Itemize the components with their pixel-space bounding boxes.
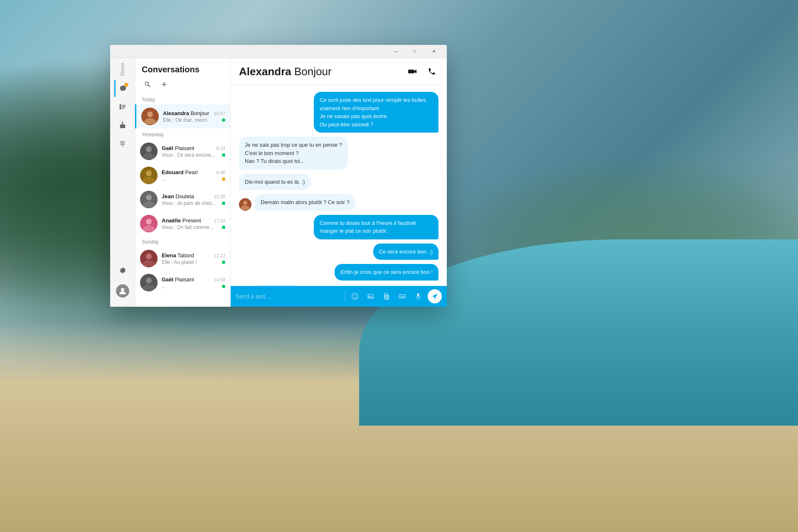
conv-avatar-gael	[140, 143, 158, 160]
send-button[interactable]	[428, 289, 442, 303]
svg-point-14	[122, 143, 123, 144]
svg-point-45	[356, 295, 357, 296]
svg-point-44	[353, 295, 354, 296]
input-bar	[231, 286, 447, 307]
sidebar-item-dialpad[interactable]	[114, 135, 131, 152]
status-dot-anaelle	[222, 226, 225, 229]
app-content: Skype	[110, 58, 447, 307]
image-icon	[367, 293, 374, 300]
maximize-button[interactable]: □	[405, 45, 424, 58]
svg-rect-4	[120, 124, 125, 128]
nav-icons-bottom	[114, 263, 131, 303]
conv-name-anaelle: Anaëlle Present	[162, 217, 201, 224]
conv-time-gael: 8:23	[217, 146, 225, 151]
sidebar-item-contacts[interactable]	[114, 99, 131, 115]
svg-rect-3	[122, 108, 124, 108]
sidebar-item-conversations[interactable]	[114, 80, 131, 97]
conv-name-gael2: Gaël Plaisant	[162, 276, 194, 283]
conversations-panel: Conversations	[135, 58, 231, 307]
icon-sidebar: Skype	[110, 58, 135, 307]
chat-contact-name-rest: Bonjour	[291, 65, 332, 78]
voice-call-button[interactable]	[425, 65, 438, 78]
conv-name-rest: Bonjour	[189, 110, 209, 116]
svg-line-22	[148, 85, 150, 87]
search-button[interactable]	[142, 79, 153, 90]
video-call-button[interactable]	[406, 65, 419, 78]
microphone-button[interactable]	[412, 290, 424, 303]
alexandra-avatar-image	[141, 108, 159, 125]
image-button[interactable]	[365, 290, 377, 303]
chat-panel: Alexandra Bonjour	[231, 58, 447, 307]
conv-info-elena: Elena Tabord 11:22 Elle : Au plaisir !	[162, 252, 225, 265]
status-dot-gael	[222, 153, 225, 157]
conversation-item-gael2[interactable]: Gaël Plaisant 14:58 ...	[135, 271, 230, 295]
keyboard-icon	[399, 293, 406, 300]
conversation-item-anaelle[interactable]: Anaëlle Present 17:03 Vous : On fait com…	[135, 212, 230, 236]
conv-preview-elena: Elle : Au plaisir !	[162, 259, 225, 265]
chat-contact-name: Alexandra Bonjour	[239, 65, 332, 78]
contacts-icon	[119, 103, 126, 111]
message-row-4: Demain matin alors plutôt ? Ce soir ?	[239, 194, 438, 211]
svg-point-20	[121, 288, 124, 291]
conversations-header: Conversations	[135, 58, 230, 94]
chat-header-actions	[406, 65, 438, 78]
message-input[interactable]	[236, 293, 342, 300]
message-row-3: Dis-moi quand tu es là. :)	[239, 174, 438, 190]
sidebar-item-bots[interactable]	[114, 117, 131, 133]
conversation-item-edouard[interactable]: Edouard Pearl 6:45 ...	[135, 163, 230, 187]
sidebar-item-settings[interactable]	[114, 263, 131, 279]
conv-time-anaelle: 17:03	[214, 218, 225, 223]
svg-rect-5	[121, 126, 122, 126]
sidebar-profile-avatar[interactable]	[114, 283, 131, 299]
message-bubble-3: Dis-moi quand tu es là. :)	[239, 174, 311, 190]
message-bubble-6: Ce sera encore bon. ;)	[373, 244, 438, 260]
conv-avatar-anaelle	[140, 215, 158, 232]
conv-name-row-gael: Gaël Plaisant 8:23	[162, 145, 225, 151]
svg-point-28	[146, 146, 152, 152]
svg-point-21	[145, 82, 148, 85]
conversation-item-gael[interactable]: Gaël Plaisant 8:23 Vous : Ce sera encore…	[135, 139, 230, 163]
svg-point-30	[146, 170, 152, 176]
conv-name-alexandra: Alexandra Bonjour	[163, 110, 209, 116]
title-bar-controls: — □ ✕	[386, 45, 443, 58]
conv-name-row-anaelle: Anaëlle Present 17:03	[162, 217, 225, 224]
status-dot-gael2	[222, 285, 225, 288]
conv-preview-gael: Vous : Ce sera encore...	[162, 152, 225, 158]
conv-name-row-elena: Elena Tabord 11:22	[162, 252, 225, 259]
add-icon	[161, 81, 167, 88]
keyboard-button[interactable]	[396, 290, 409, 303]
status-dot-jean	[222, 202, 225, 205]
conv-name-elena: Elena Tabord	[162, 252, 194, 259]
conversation-item-elena[interactable]: Elena Tabord 11:22 Elle : Au plaisir !	[135, 246, 230, 271]
conv-name-jean: Jean Douleta	[162, 193, 194, 200]
minimize-button[interactable]: —	[386, 45, 405, 58]
conv-name-gael: Gaël Plaisant	[162, 145, 194, 151]
conv-name-edouard: Edouard Pearl	[162, 169, 198, 175]
svg-point-15	[123, 143, 125, 144]
conv-preview-anaelle: Vous : On fait comme...	[162, 224, 225, 230]
conversation-item-alexandra[interactable]: Alexandra Bonjour 16:47 Elle : Ok d'ac, …	[135, 104, 230, 128]
conv-preview-edouard: ...	[162, 176, 225, 182]
message-bubble-7: Enfin je crois que ce sera encore bon !	[335, 264, 438, 281]
conversations-actions	[142, 79, 224, 90]
file-button[interactable]	[380, 290, 393, 303]
conv-avatar-jean	[140, 191, 158, 208]
svg-point-34	[146, 219, 152, 224]
svg-point-19	[122, 145, 123, 147]
section-sunday: Sunday	[135, 236, 230, 246]
close-button[interactable]: ✕	[424, 45, 443, 58]
user-avatar-icon	[118, 287, 127, 295]
conv-time-elena: 11:22	[214, 253, 225, 258]
conversations-list: Today Alexandra Bonj	[135, 94, 230, 307]
svg-point-43	[352, 293, 358, 300]
conv-avatar-gael2	[140, 274, 158, 291]
settings-icon	[119, 267, 126, 275]
conversation-item-jean[interactable]: Jean Douleta 12:38 Vous : Je pars de che…	[135, 187, 230, 212]
conv-info-gael: Gaël Plaisant 8:23 Vous : Ce sera encore…	[162, 145, 225, 158]
bots-icon	[119, 121, 126, 129]
conv-avatar-elena	[140, 250, 158, 267]
elena-avatar-image	[140, 250, 158, 267]
app-brand-label: Skype	[120, 62, 125, 76]
add-conversation-button[interactable]	[158, 79, 170, 90]
emoji-button[interactable]	[349, 290, 361, 303]
